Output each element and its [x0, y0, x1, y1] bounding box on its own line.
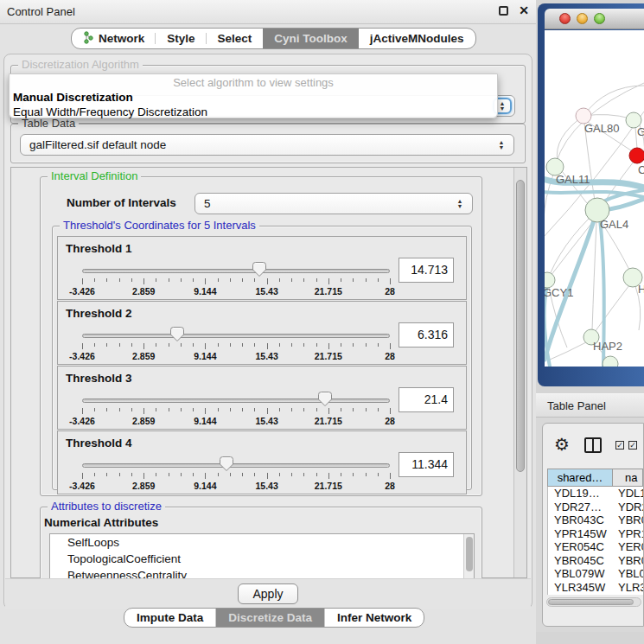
slider-tick — [169, 408, 169, 411]
slider-tick — [218, 408, 219, 411]
slider-tick-label: 21.715 — [315, 416, 342, 426]
tab-network[interactable]: Network — [72, 29, 156, 48]
table-row[interactable]: YBR043CYBR0 — [548, 513, 643, 527]
close-icon[interactable]: ✕ — [519, 3, 529, 17]
table-row[interactable]: YBR045CYBR0 — [548, 554, 643, 568]
threshold-value-field[interactable]: 6.316 — [399, 322, 454, 348]
slider-thumb[interactable] — [318, 392, 332, 407]
table-row[interactable]: YBL079WYBL0 — [548, 567, 643, 581]
scrollbar-thumb[interactable] — [516, 180, 525, 472]
table-panel-titlebar: Table Panel — [536, 393, 644, 418]
table-toolbar: ⚙ ✓ ✓ — [543, 429, 643, 465]
attribute-list-item[interactable]: SelfLoops — [50, 534, 474, 551]
table-panel-body: ⚙ ✓ ✓ shared… na YDL19…YDL1YDR27…YDR2YBR… — [536, 418, 644, 632]
slider-tick — [230, 278, 231, 282]
attributes-scrollbar[interactable] — [463, 534, 474, 583]
checkbox-icon[interactable]: ✓ — [615, 441, 624, 450]
threshold-value-field[interactable]: 14.713 — [399, 258, 454, 283]
slider-tick — [353, 278, 354, 282]
gear-icon[interactable]: ⚙ — [554, 434, 570, 455]
tab-jactivemnodules[interactable]: jActiveMNodules — [359, 29, 475, 48]
cell-name: YDR2 — [613, 501, 643, 514]
column-header-name[interactable]: na — [612, 469, 643, 487]
threshold-slider[interactable]: -3.4262.8599.14415.4321.71528 — [82, 391, 390, 429]
slider-tick — [205, 408, 206, 414]
scrollbar-thumb[interactable] — [466, 537, 473, 571]
slider-tick — [279, 473, 280, 476]
slider-tick — [82, 343, 83, 349]
table-data-group: Table Data galFiltered.sif default node … — [10, 124, 526, 163]
attribute-list-item[interactable]: TopologicalCoefficient — [50, 551, 474, 567]
slider-tick — [328, 408, 329, 414]
bottom-tab-pill: Impute Data Discretize Data Infer Networ… — [124, 608, 424, 628]
tab-infer-network[interactable]: Infer Network — [325, 609, 424, 627]
thresholds-group: Threshold's Coordinates for 5 Intervals … — [52, 226, 472, 490]
network-edge — [551, 220, 594, 276]
threshold-box: Threshold 4-3.4262.8599.14415.4321.71528… — [57, 430, 467, 494]
table-row[interactable]: YER054CYER0 — [548, 540, 643, 554]
network-node[interactable] — [629, 148, 644, 163]
float-window-icon[interactable] — [499, 6, 508, 16]
tab-cyni-toolbox[interactable]: Cyni Toolbox — [263, 29, 359, 48]
numerical-attributes-label: Numerical Attributes — [44, 516, 158, 529]
table-row[interactable]: YPR145WYPR1 — [548, 527, 643, 541]
checkbox-icon[interactable]: ✓ — [628, 441, 637, 450]
threshold-value-field[interactable]: 11.344 — [399, 452, 454, 477]
num-intervals-combobox[interactable]: 5 ▲▼ — [194, 193, 473, 214]
table-row[interactable]: YIL052CYIL0 — [548, 594, 643, 595]
apply-button[interactable]: Apply — [238, 583, 298, 604]
slider-tick — [353, 408, 354, 411]
combobox-stepper-icon[interactable]: ▲▼ — [450, 195, 469, 212]
zoom-traffic-light-icon[interactable] — [594, 13, 605, 24]
slider-tick — [341, 408, 341, 411]
network-canvas[interactable]: GAL80GACGAL11GAL4GCY1HHAP2 — [545, 30, 644, 367]
scrollbar-thumb[interactable] — [548, 599, 634, 605]
table-data-combobox[interactable]: galFiltered.sif default node ▲▼ — [20, 134, 514, 156]
threshold-value-field[interactable]: 21.4 — [399, 387, 454, 412]
tab-impute-data[interactable]: Impute Data — [124, 609, 216, 627]
slider-thumb[interactable] — [170, 327, 184, 342]
slider-thumb[interactable] — [252, 262, 266, 277]
vertical-scrollbar[interactable] — [513, 168, 526, 577]
slider-track[interactable] — [82, 269, 390, 273]
tab-discretize-data[interactable]: Discretize Data — [216, 609, 325, 627]
slider-track[interactable] — [82, 334, 390, 338]
tab-select[interactable]: Select — [207, 29, 264, 48]
slider-tick — [279, 278, 280, 282]
num-intervals-value: 5 — [204, 197, 211, 210]
settings-scrollpane: Interval Definition Number of Intervals … — [10, 167, 527, 578]
minimize-traffic-light-icon[interactable] — [577, 13, 588, 24]
slider-tick — [193, 473, 194, 476]
numerical-attributes-list[interactable]: SelfLoopsTopologicalCoefficientBetweenne… — [49, 533, 475, 583]
dropdown-option-manual[interactable]: Manual Discretization — [13, 91, 133, 104]
tab-label: Cyni Toolbox — [274, 32, 348, 45]
slider-tick — [242, 278, 243, 282]
cell-name: YBL0 — [613, 567, 643, 581]
table-row[interactable]: YLR345WYLR3 — [548, 581, 643, 595]
slider-tick — [390, 408, 391, 414]
table-row[interactable]: YDR27…YDR2 — [548, 501, 643, 514]
threshold-slider[interactable]: -3.4262.8599.14415.4321.71528 — [82, 456, 390, 494]
close-traffic-light-icon[interactable] — [559, 13, 571, 24]
column-header-shared[interactable]: shared… — [547, 469, 612, 487]
slider-track[interactable] — [82, 463, 390, 468]
threshold-slider[interactable]: -3.4262.8599.14415.4321.71528 — [82, 261, 390, 299]
slider-tick — [303, 408, 304, 411]
tab-style[interactable]: Style — [156, 29, 206, 48]
slider-thumb[interactable] — [220, 456, 233, 472]
split-columns-icon[interactable] — [584, 437, 602, 453]
combobox-stepper-icon[interactable]: ▲▼ — [492, 137, 511, 153]
cell-name: YPR1 — [613, 527, 643, 541]
table-row[interactable]: YDL19…YDL1 — [548, 487, 643, 501]
threshold-slider[interactable]: -3.4262.8599.14415.4321.71528 — [82, 326, 390, 364]
cell-shared-name: YER054C — [548, 540, 613, 554]
network-edge — [583, 86, 644, 116]
horizontal-scrollbar[interactable] — [546, 597, 641, 607]
slider-tick — [181, 343, 182, 347]
slider-tick — [230, 343, 231, 347]
network-node-label: H — [638, 283, 644, 296]
interval-definition-group: Interval Definition Number of Intervals … — [40, 176, 482, 496]
slider-track[interactable] — [82, 399, 390, 403]
slider-tick — [353, 343, 354, 347]
dropdown-option-equal-width[interactable]: Equal Width/Frequency Discretization — [13, 105, 207, 118]
